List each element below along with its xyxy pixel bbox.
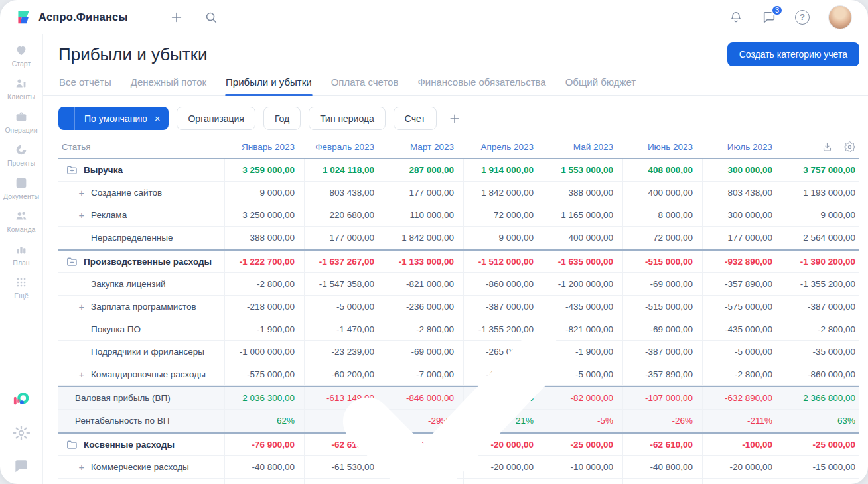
filter-chip[interactable]: Счет xyxy=(394,107,437,130)
app-logo-icon xyxy=(15,9,32,26)
app-window: Аспро.Финансы 3 ? СтартКлиентыОперацииПр… xyxy=(0,0,868,484)
plus-icon[interactable] xyxy=(169,10,184,25)
sidebar-item-label: Старт xyxy=(12,60,31,68)
gear-icon[interactable] xyxy=(844,141,855,152)
operations-icon xyxy=(14,109,29,124)
tab-active[interactable]: Прибыли и убытки xyxy=(225,70,313,95)
column-header-month: Май 2023 xyxy=(543,136,622,158)
default-filter-button[interactable]: По умолчанию × xyxy=(58,107,169,130)
page-title: Прибыли и убытки xyxy=(58,44,208,65)
sidebar-item-operations[interactable]: Операции xyxy=(3,109,39,134)
column-header-month: Февраль 2023 xyxy=(304,136,384,158)
column-header-month: Июль 2023 xyxy=(702,136,782,158)
tab-item[interactable]: Оплата счетов xyxy=(330,70,399,95)
filter-chip[interactable]: Организация xyxy=(177,107,255,130)
column-header-month: Март 2023 xyxy=(384,136,463,158)
filter-chip[interactable]: Год xyxy=(263,107,301,130)
search-icon[interactable] xyxy=(204,10,218,25)
column-header-month: Июнь 2023 xyxy=(622,136,702,158)
documents-icon xyxy=(14,176,29,190)
sidebar-item-projects[interactable]: Проекты xyxy=(3,143,39,167)
add-filter-icon[interactable] xyxy=(448,112,461,125)
tab-item[interactable]: Общий бюджет xyxy=(565,70,637,95)
tab-bar: Все отчётыДенежный потокПрибыли и убытки… xyxy=(43,70,868,96)
sidebar-item-label: Проекты xyxy=(7,159,35,167)
projects-icon xyxy=(14,143,29,157)
folder-plus-icon xyxy=(66,165,78,175)
table-header-row: СтатьяЯнварь 2023Февраль 2023Март 2023Ап… xyxy=(58,136,859,158)
sidebar-item-heart[interactable]: Старт xyxy=(3,43,39,68)
column-header-month: Январь 2023 xyxy=(224,136,304,158)
tab-item[interactable]: Финансовые обязательства xyxy=(417,70,546,95)
create-category-button[interactable]: Создать категорию учета xyxy=(727,42,859,66)
download-icon[interactable] xyxy=(822,141,833,152)
help-icon[interactable]: ? xyxy=(795,10,810,25)
sidebar-item-documents[interactable]: Документы xyxy=(3,176,39,200)
tab-item[interactable]: Все отчёты xyxy=(58,70,112,95)
sidebar-item-clients[interactable]: Клиенты xyxy=(3,76,39,101)
sidebar-item-label: Операции xyxy=(5,126,37,134)
app-name: Аспро.Финансы xyxy=(38,11,128,23)
notification-badge: 3 xyxy=(771,5,783,16)
filter-label: По умолчанию xyxy=(84,113,147,124)
topbar-right: 3 ? xyxy=(729,5,852,29)
filter-chips: ОрганизацияГодТип периодаСчет xyxy=(177,107,436,130)
tab-item[interactable]: Денежный поток xyxy=(130,70,207,95)
bell-icon[interactable] xyxy=(729,10,743,25)
clients-icon xyxy=(14,76,29,91)
user-avatar[interactable] xyxy=(828,5,852,29)
heart-icon xyxy=(14,43,29,58)
table-header-actions xyxy=(782,136,859,158)
filter-icon xyxy=(58,107,75,130)
topbar: Аспро.Финансы 3 ? xyxy=(0,0,868,34)
sidebar-items: СтартКлиентыОперацииПроектыДокументыКома… xyxy=(3,43,39,308)
sidebar: СтартКлиентыОперацииПроектыДокументыКома… xyxy=(0,34,43,484)
close-icon[interactable]: × xyxy=(155,113,161,124)
filter-chip[interactable]: Тип периода xyxy=(309,107,386,130)
column-header-month: Апрель 2023 xyxy=(463,136,543,158)
filter-bar: По умолчанию × ОрганизацияГодТип периода… xyxy=(58,107,859,130)
chat-button[interactable]: 3 xyxy=(762,10,776,25)
sidebar-item-label: Клиенты xyxy=(7,93,35,101)
column-header-article: Статья xyxy=(58,136,224,158)
